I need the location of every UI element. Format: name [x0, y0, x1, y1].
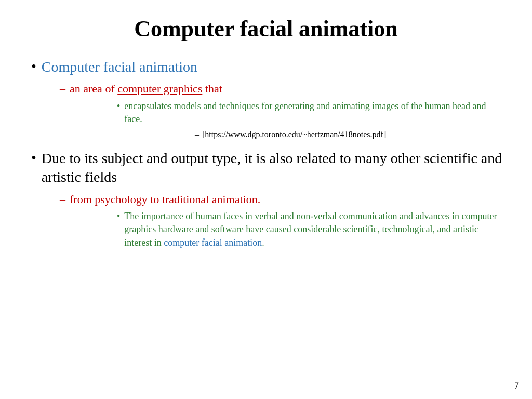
page-number: 7: [514, 380, 519, 391]
content-area: • Computer facial animation – an area of…: [26, 58, 506, 249]
bullet-level2-item1: – an area of computer graphics that: [60, 82, 506, 97]
indent-l3-section1: • encapsulates models and techniques for…: [117, 100, 506, 141]
bullet-text-green-1: encapsulates models and techniques for g…: [124, 100, 506, 126]
bullet-text-1: Computer facial animation: [42, 58, 197, 76]
bullet-level1-item2: • Due to its subject and output type, it…: [31, 149, 506, 187]
slide-title: Computer facial animation: [26, 16, 506, 42]
dash-text-2: from psychology to traditional animation…: [70, 192, 260, 207]
slide-container: Computer facial animation • Computer fac…: [0, 0, 532, 399]
bullet-marker-sm-1: •: [117, 100, 120, 113]
reference-text-1: [https://www.dgp.toronto.edu/~hertzman/4…: [202, 129, 386, 140]
text-after-blue: .: [262, 237, 264, 248]
indent-l3-section2: • The importance of human faces in verba…: [117, 210, 506, 249]
dash-marker-2: –: [60, 192, 65, 207]
bullet-text-green-2: The importance of human faces in verbal …: [124, 210, 506, 249]
bullet-level4-item1: – [https://www.dgp.toronto.edu/~hertzman…: [195, 129, 506, 140]
dash-marker-1: –: [60, 82, 65, 97]
bullet-level3-item2: • The importance of human faces in verba…: [117, 210, 506, 249]
indent-l2-section2: – from psychology to traditional animati…: [60, 192, 506, 249]
indent-l4-section1: – [https://www.dgp.toronto.edu/~hertzman…: [195, 129, 506, 140]
bullet-level1-item1: • Computer facial animation: [31, 58, 506, 76]
bullet-marker-2: •: [31, 149, 36, 167]
dash-marker-sm-1: –: [195, 129, 199, 140]
dash-text-1: an area of computer graphics that: [70, 82, 222, 97]
bullet-level2-item2: – from psychology to traditional animati…: [60, 192, 506, 207]
blue-inline-text: computer facial animation: [164, 237, 262, 248]
indent-l2-section1: – an area of computer graphics that • en…: [60, 82, 506, 140]
computer-graphics-link[interactable]: computer graphics: [117, 82, 202, 95]
dash-text-after-link: that: [202, 82, 222, 95]
bullet-marker-1: •: [31, 58, 36, 75]
bullet-marker-sm-2: •: [117, 210, 120, 223]
bullet-text-2: Due to its subject and output type, it i…: [42, 149, 506, 187]
dash-text-before-link: an area of: [70, 82, 117, 95]
bullet-level3-item1: • encapsulates models and techniques for…: [117, 100, 506, 126]
